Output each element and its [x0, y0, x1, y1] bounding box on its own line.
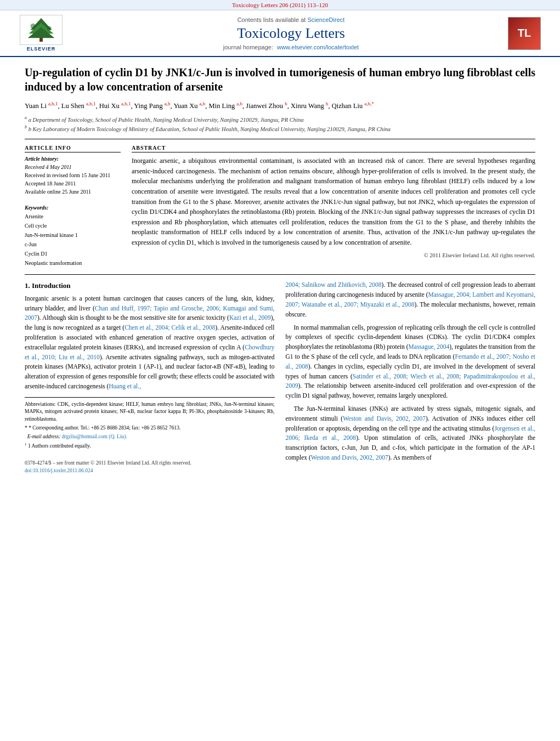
- svg-point-5: [30, 24, 36, 29]
- keyword-2: Cell cycle: [25, 221, 121, 230]
- abstract-text: Inorganic arsenic, a ubiquitous environm…: [132, 156, 535, 247]
- homepage-line: journal homepage: www.elsevier.com/locat…: [77, 44, 505, 50]
- affiliation-b: b b Key Laboratory of Modern Toxicology …: [25, 124, 535, 133]
- intro-title: 1. Introduction: [25, 280, 275, 291]
- elsevier-logo: ELSEVIER: [16, 15, 66, 52]
- homepage-label: journal homepage:: [223, 44, 273, 50]
- homepage-link[interactable]: www.elsevier.com/locate/toxlet: [277, 44, 359, 50]
- authors-line: Yuan Li a,b,1, Lu Shen a,b,1, Hui Xu a,b…: [25, 100, 535, 111]
- license-text: 0378-4274/$ – see front matter © 2011 El…: [25, 459, 275, 467]
- elsevier-text: ELSEVIER: [27, 46, 56, 52]
- revised-date: Received in revised form 15 June 2011: [25, 171, 121, 179]
- divider-1: [25, 139, 535, 139]
- sciencedirect-line: Contents lists available at ScienceDirec…: [77, 16, 505, 23]
- tl-logo-container: TL: [505, 17, 544, 50]
- abstract-col: ABSTRACT Inorganic arsenic, a ubiquitous…: [132, 145, 535, 268]
- keyword-1: Arsenite: [25, 212, 121, 221]
- keyword-3: Jun-N-terminal kinase 1: [25, 230, 121, 240]
- body-left-col: 1. Introduction Inorganic arsenic is a p…: [25, 280, 275, 474]
- affiliation-a: a a Department of Toxicology, School of …: [25, 115, 535, 124]
- journal-header: ELSEVIER Contents lists available at Sci…: [0, 10, 560, 57]
- email-footnote: E-mail address: drgzliu@hotmail.com (Q. …: [25, 433, 275, 440]
- abbreviations-footnote: Abbreviations: CDK, cyclin-dependent kin…: [25, 401, 275, 423]
- svg-point-6: [47, 26, 52, 31]
- journal-center: Contents lists available at ScienceDirec…: [77, 16, 505, 50]
- keywords-label: Keywords:: [25, 205, 121, 211]
- received-date: Received 4 May 2011: [25, 163, 121, 171]
- page: Toxicology Letters 206 (2011) 113–120: [0, 0, 560, 741]
- article-content: Up-regulation of cyclin D1 by JNK1/c-Jun…: [0, 57, 560, 483]
- corresponding-footnote: * * Corresponding author. Tel.: +86 25 8…: [25, 425, 275, 432]
- article-info-label: ARTICLE INFO: [25, 145, 121, 152]
- keyword-4: c-Jun: [25, 240, 121, 249]
- intro-para3: In normal mammalian cells, progression o…: [286, 323, 536, 401]
- journal-title: Toxicology Letters: [77, 25, 505, 42]
- intro-body-right: 2004; Salnikow and Zhitkovich, 2008). Th…: [286, 280, 536, 463]
- divider-2: [25, 274, 535, 275]
- top-bar: Toxicology Letters 206 (2011) 113–120: [0, 0, 560, 10]
- intro-para1: Inorganic arsenic is a potent human carc…: [25, 294, 275, 392]
- accepted-date: Accepted 18 June 2011: [25, 179, 121, 188]
- article-info-col: ARTICLE INFO Article history: Received 4…: [25, 145, 121, 268]
- doi-line[interactable]: doi:10.1016/j.toxlet.2011.06.024: [25, 467, 275, 474]
- intro-body-left: Inorganic arsenic is a potent human carc…: [25, 294, 275, 392]
- copyright-line: © 2011 Elsevier Ireland Ltd. All rights …: [132, 252, 535, 258]
- journal-issue-info: Toxicology Letters 206 (2011) 113–120: [232, 2, 328, 8]
- contents-label: Contents lists available at: [237, 16, 306, 23]
- sciencedirect-link[interactable]: ScienceDirect: [307, 16, 344, 23]
- body-columns: 1. Introduction Inorganic arsenic is a p…: [25, 280, 535, 474]
- keyword-6: Neoplastic transformation: [25, 258, 121, 268]
- intro-para4: The Jun-N-terminal kinases (JNKs) are ac…: [286, 404, 536, 463]
- tl-logo-box: TL: [508, 17, 541, 50]
- keyword-5: Cyclin D1: [25, 249, 121, 258]
- keywords-list: Arsenite Cell cycle Jun-N-terminal kinas…: [25, 212, 121, 268]
- info-abstract-columns: ARTICLE INFO Article history: Received 4…: [25, 145, 535, 268]
- elsevier-tree-svg: [22, 16, 60, 43]
- intro-para2: 2004; Salnikow and Zhitkovich, 2008). Th…: [286, 280, 536, 319]
- body-right-col: 2004; Salnikow and Zhitkovich, 2008). Th…: [286, 280, 536, 474]
- tl-logo-text: TL: [518, 27, 531, 39]
- article-title: Up-regulation of cyclin D1 by JNK1/c-Jun…: [25, 65, 535, 94]
- equal-contribution-footnote: 1 1 Authors contributed equally.: [25, 442, 275, 450]
- history-label: Article history:: [25, 156, 121, 162]
- online-date: Available online 25 June 2011: [25, 188, 121, 196]
- affiliations: a a Department of Toxicology, School of …: [25, 115, 535, 133]
- footnotes-area: Abbreviations: CDK, cyclin-dependent kin…: [25, 397, 275, 450]
- abstract-label: ABSTRACT: [132, 145, 535, 152]
- elsevier-logo-box: [20, 15, 63, 45]
